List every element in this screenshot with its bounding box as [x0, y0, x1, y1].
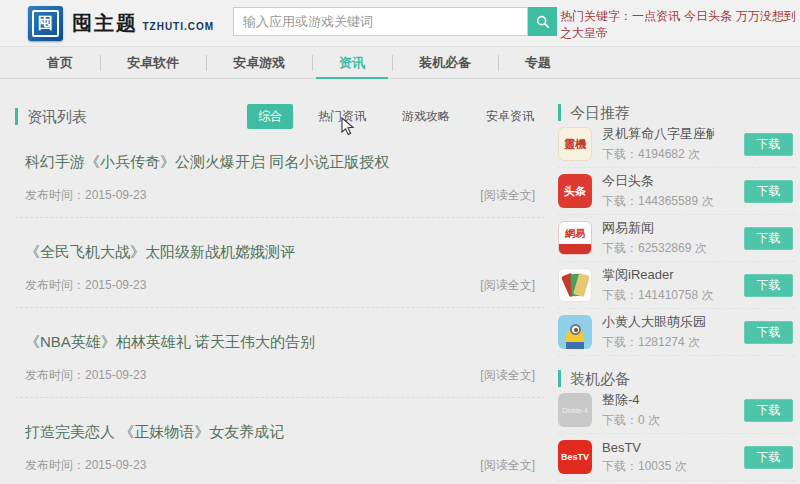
tab-zonghe[interactable]: 综合: [247, 104, 293, 129]
app-name-link[interactable]: 小黄人大眼萌乐园: [602, 313, 714, 331]
read-more-link[interactable]: [阅读全文]: [480, 457, 535, 474]
main-content: 资讯列表 综合 热门资讯 游戏攻略 安卓资讯 科幻手游《小兵传奇》公测火爆开启 …: [0, 79, 800, 484]
read-more-link[interactable]: [阅读全文]: [480, 187, 535, 204]
app-download-count: 下载：4194682 次: [602, 146, 714, 163]
app-download-count: 下载：1281274 次: [602, 334, 714, 351]
app-row: 头条 今日头条 下载：144365589 次 下载: [558, 168, 795, 215]
search-bar: [233, 7, 557, 36]
toutiao-icon[interactable]: 头条: [558, 174, 592, 208]
minion-icon[interactable]: [558, 315, 592, 349]
site-header: 囤 囤主题 TZHUTI.COM 热门关键字：一点资讯今日头条万万没想到之大皇帝: [0, 0, 800, 47]
search-icon: [535, 14, 551, 30]
news-title-link[interactable]: 打造完美恋人 《正妹物语》女友养成记: [25, 423, 535, 442]
app-row: BesTV BesTV 下载：10035 次 下载: [558, 434, 795, 481]
tab-hot-news[interactable]: 热门资讯: [307, 104, 377, 129]
news-section: 资讯列表 综合 热门资讯 游戏攻略 安卓资讯 科幻手游《小兵传奇》公测火爆开启 …: [15, 104, 545, 484]
hot-keyword-link[interactable]: 今日头条: [684, 9, 732, 23]
download-button[interactable]: 下载: [744, 274, 793, 297]
app-row: 靈機 灵机算命八字星座解梦风 下载：4194682 次 下载: [558, 121, 795, 168]
download-button[interactable]: 下载: [744, 446, 793, 469]
news-title-link[interactable]: 科幻手游《小兵传奇》公测火爆开启 同名小说正版授权: [25, 153, 535, 172]
site-logo[interactable]: 囤 囤主题 TZHUTI.COM: [28, 6, 228, 41]
app-download-count: 下载：144365589 次: [602, 193, 714, 210]
app-name-link[interactable]: BesTV: [602, 440, 714, 455]
app-download-count: 下载：0 次: [602, 412, 714, 429]
download-button[interactable]: 下载: [744, 321, 793, 344]
download-button[interactable]: 下载: [744, 227, 793, 250]
read-more-link[interactable]: [阅读全文]: [480, 277, 535, 294]
nav-item-news[interactable]: 资讯: [312, 47, 392, 78]
hot-keywords: 热门关键字：一点资讯今日头条万万没想到之大皇帝: [560, 8, 796, 42]
news-date: 发布时间：2015-09-23: [25, 367, 146, 384]
news-item: 《NBA英雄》柏林英雄礼 诺天王伟大的告别 发布时间：2015-09-23 [阅…: [15, 308, 545, 398]
app-row: 小黄人大眼萌乐园 下载：1281274 次 下载: [558, 309, 795, 356]
news-date: 发布时间：2015-09-23: [25, 277, 146, 294]
logo-domain: TZHUTI.COM: [142, 21, 214, 32]
nav-item-android-games[interactable]: 安卓游戏: [206, 47, 312, 78]
news-tabs: 综合 热门资讯 游戏攻略 安卓资讯: [233, 104, 545, 129]
bestv-icon[interactable]: BesTV: [558, 440, 592, 474]
news-date: 发布时间：2015-09-23: [25, 187, 146, 204]
app-name-link[interactable]: 掌阅iReader: [602, 266, 714, 284]
app-download-count: 下载：62532869 次: [602, 240, 714, 257]
app-row: 掌阅iReader 下载：141410758 次 下载: [558, 262, 795, 309]
search-button[interactable]: [528, 7, 557, 36]
tab-game-guides[interactable]: 游戏攻略: [391, 104, 461, 129]
app-name-link[interactable]: 整除-4: [602, 391, 714, 409]
nav-item-home[interactable]: 首页: [20, 47, 100, 78]
read-more-link[interactable]: [阅读全文]: [480, 367, 535, 384]
hot-keyword-link[interactable]: 一点资讯: [632, 9, 680, 23]
hot-keywords-label: 热门关键字：: [560, 9, 632, 23]
netease-news-icon[interactable]: 網易: [558, 221, 592, 255]
news-item: 科幻手游《小兵传奇》公测火爆开启 同名小说正版授权 发布时间：2015-09-2…: [15, 128, 545, 218]
logo-icon: 囤: [28, 6, 63, 41]
ireader-book-icon[interactable]: [558, 268, 592, 302]
news-item: 打造完美恋人 《正妹物语》女友养成记 发布时间：2015-09-23 [阅读全文…: [15, 398, 545, 484]
app-name-link[interactable]: 灵机算命八字星座解梦风: [602, 125, 714, 143]
app-row: 網易 网易新闻 下载：62532869 次 下载: [558, 215, 795, 262]
news-item: 《全民飞机大战》太阳级新战机嫦娥测评 发布时间：2015-09-23 [阅读全文…: [15, 218, 545, 308]
download-button[interactable]: 下载: [744, 399, 793, 422]
logo-icon-glyph: 囤: [32, 10, 59, 37]
lingji-fortune-icon[interactable]: 靈機: [558, 127, 592, 161]
sidebar: 今日推荐 靈機 灵机算命八字星座解梦风 下载：4194682 次 下载 头条 今…: [558, 104, 795, 484]
main-nav: 首页 安卓软件 安卓游戏 资讯 装机必备 专题: [0, 47, 800, 79]
app-name-link[interactable]: 网易新闻: [602, 219, 714, 237]
download-button[interactable]: 下载: [744, 133, 793, 156]
news-title-link[interactable]: 《全民飞机大战》太阳级新战机嫦娥测评: [25, 243, 535, 262]
today-recommend-title: 今日推荐: [558, 104, 795, 121]
nav-item-essentials[interactable]: 装机必备: [392, 47, 498, 78]
news-title-link[interactable]: 《NBA英雄》柏林英雄礼 诺天王伟大的告别: [25, 333, 535, 352]
divide4-icon[interactable]: Divide-4: [558, 393, 592, 427]
news-date: 发布时间：2015-09-23: [25, 457, 146, 474]
logo-title: 囤主题: [72, 12, 138, 34]
app-download-count: 下载：10035 次: [602, 458, 714, 475]
nav-item-android-software[interactable]: 安卓软件: [100, 47, 206, 78]
app-name-link[interactable]: 今日头条: [602, 172, 714, 190]
search-input[interactable]: [233, 7, 528, 36]
tab-android-news[interactable]: 安卓资讯: [475, 104, 545, 129]
essentials-title: 装机必备: [558, 370, 795, 387]
download-button[interactable]: 下载: [744, 180, 793, 203]
app-download-count: 下载：141410758 次: [602, 287, 714, 304]
news-section-title: 资讯列表: [15, 108, 87, 125]
news-list: 科幻手游《小兵传奇》公测火爆开启 同名小说正版授权 发布时间：2015-09-2…: [15, 128, 545, 484]
app-row: Divide-4 整除-4 下载：0 次 下载: [558, 387, 795, 434]
nav-item-topics[interactable]: 专题: [498, 47, 578, 78]
